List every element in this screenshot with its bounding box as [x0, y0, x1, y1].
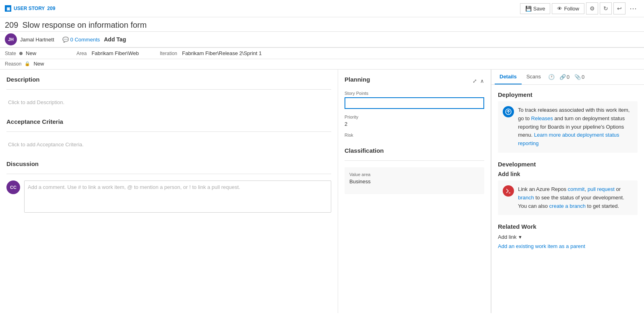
avatar: JH — [5, 33, 17, 45]
chevron-down-icon: ▾ — [519, 234, 522, 240]
area-value[interactable]: Fabrikam Fiber\Web — [91, 50, 139, 56]
deployment-title: Deployment — [498, 91, 638, 98]
story-points-input[interactable] — [345, 97, 484, 109]
save-button[interactable]: 💾 Save — [520, 3, 551, 14]
work-item-number: 209 — [47, 6, 55, 11]
follow-button[interactable]: 👁 Follow — [552, 3, 584, 14]
item-title[interactable]: Slow response on information form — [22, 21, 639, 30]
left-panel: Description Click to add Description. Ac… — [0, 70, 338, 313]
work-item-type-label: USER STORY — [14, 6, 45, 11]
reason-bar: Reason 🔒 New — [0, 59, 644, 70]
comment-icon: 💬 — [62, 37, 69, 43]
priority-field: Priority 2 — [345, 115, 484, 127]
story-points-field: Story Points — [345, 91, 484, 109]
discussion-section: Discussion CC Add a comment. Use # to li… — [6, 160, 331, 213]
work-item-type: ▣ USER STORY 209 — [5, 5, 55, 12]
tab-details[interactable]: Details — [495, 70, 522, 84]
dev-add-link-label[interactable]: Add link — [498, 171, 638, 177]
undo-button[interactable]: ↩ — [613, 2, 625, 14]
comments-button[interactable]: 💬 0 Comments — [62, 37, 100, 43]
learn-more-link[interactable]: Learn more about deployment status repor… — [518, 132, 619, 146]
value-area-label: Value area — [349, 172, 479, 177]
comment-input[interactable]: Add a comment. Use # to link a work item… — [24, 180, 331, 213]
description-section: Description Click to add Description. — [6, 76, 331, 109]
deployment-icon — [503, 106, 514, 117]
iteration-value[interactable]: Fabrikam Fiber\Release 2\Sprint 1 — [182, 50, 262, 56]
acceptance-criteria-placeholder[interactable]: Click to add Acceptance Criteria. — [6, 138, 331, 151]
refresh-button[interactable]: ↻ — [600, 2, 612, 14]
releases-link[interactable]: Releases — [531, 115, 553, 121]
reason-value[interactable]: New — [33, 61, 44, 67]
story-points-label: Story Points — [345, 91, 484, 96]
undo-icon: ↩ — [617, 5, 622, 12]
commit-link[interactable]: commit — [568, 186, 585, 192]
tab-history[interactable]: 🕐 — [546, 70, 557, 84]
reason-field: Reason 🔒 New — [5, 61, 44, 67]
description-title: Description — [6, 76, 331, 83]
risk-label: Risk — [345, 133, 484, 137]
title-bar: 209 Slow response on information form — [0, 17, 644, 32]
discussion-divider — [6, 174, 331, 174]
lock-icon: 🔒 — [25, 61, 30, 66]
tab-attachments[interactable]: 📎 0 — [572, 70, 587, 84]
tab-links[interactable]: 🔗 0 — [557, 70, 572, 84]
discussion-avatar: CC — [6, 180, 20, 194]
discussion-title: Discussion — [6, 160, 331, 167]
related-work-add-link-button[interactable]: Add link ▾ — [498, 234, 522, 240]
planning-header: Planning ⤢ ∧ — [345, 76, 484, 86]
planning-actions: ⤢ ∧ — [473, 78, 484, 84]
right-content: Deployment To track releases associated … — [491, 85, 644, 313]
expand-icon[interactable]: ⤢ — [473, 78, 477, 84]
area-section: Area Fabrikam Fiber\Web Iteration Fabrik… — [76, 50, 262, 56]
assignee-name[interactable]: Jamal Hartnett — [20, 37, 54, 43]
description-placeholder[interactable]: Click to add Description. — [6, 96, 331, 109]
add-tag-button[interactable]: Add Tag — [104, 36, 126, 43]
deployment-card: To track releases associated with this w… — [498, 101, 638, 153]
more-button[interactable]: ⋯ — [627, 2, 639, 14]
history-icon: 🕐 — [548, 74, 555, 80]
meta-bar: JH Jamal Hartnett 💬 0 Comments Add Tag — [0, 32, 644, 48]
iteration-label: Iteration — [160, 51, 177, 56]
planning-title: Planning — [345, 76, 370, 83]
acceptance-criteria-title: Acceptance Criteria — [6, 118, 331, 125]
development-card: Link an Azure Repos commit, pull request… — [498, 180, 638, 215]
state-value[interactable]: New — [26, 50, 36, 56]
action-bar: 💾 Save 👁 Follow ⚙ ↻ ↩ ⋯ — [520, 2, 639, 14]
right-tabs: Details Scans 🕐 🔗 0 📎 0 — [491, 70, 644, 85]
value-area-value[interactable]: Business — [349, 178, 479, 185]
add-existing-parent-link[interactable]: Add an existing work item as a parent — [498, 243, 585, 249]
priority-value[interactable]: 2 — [345, 121, 484, 127]
branch-link[interactable]: branch — [518, 195, 534, 201]
comment-placeholder: Add a comment. Use # to link a work item… — [28, 184, 240, 190]
right-panel: Details Scans 🕐 🔗 0 📎 0 Deployment — [491, 70, 644, 313]
create-branch-link[interactable]: create a branch — [549, 203, 586, 209]
classification-divider — [345, 160, 484, 161]
development-body: Link an Azure Repos commit, pull request… — [518, 185, 633, 210]
link-icon: 🔗 — [559, 74, 566, 80]
gear-icon: ⚙ — [590, 5, 595, 12]
classification-section: Classification Value area Business — [345, 147, 484, 194]
settings-button[interactable]: ⚙ — [586, 2, 598, 14]
reason-label: Reason — [5, 61, 21, 67]
deployment-body: To track releases associated with this w… — [518, 106, 633, 148]
state-label: State — [5, 51, 16, 56]
save-icon: 💾 — [525, 6, 532, 12]
work-item-type-bar: ▣ USER STORY 209 💾 Save 👁 Follow ⚙ ↻ ↩ ⋯ — [0, 0, 644, 17]
tab-scans[interactable]: Scans — [522, 70, 546, 84]
discussion-input-row: CC Add a comment. Use # to link a work i… — [6, 180, 331, 213]
planning-section: Planning ⤢ ∧ Story Points Priority 2 Ris… — [345, 76, 484, 137]
state-field: State New — [5, 50, 36, 56]
state-bar: State New Area Fabrikam Fiber\Web Iterat… — [0, 48, 644, 59]
more-icon: ⋯ — [630, 4, 637, 13]
risk-field: Risk — [345, 133, 484, 137]
related-add-link-label: Add link — [498, 234, 516, 240]
state-dot — [19, 52, 23, 55]
refresh-icon: ↻ — [603, 5, 608, 12]
collapse-icon[interactable]: ∧ — [480, 78, 484, 84]
deployment-section: Deployment To track releases associated … — [498, 91, 638, 153]
acceptance-criteria-divider — [6, 131, 331, 132]
related-work-section: Related Work Add link ▾ Add an existing … — [498, 223, 638, 249]
development-section: Development Add link Link an Azure Repos… — [498, 161, 638, 215]
work-item-icon: ▣ — [5, 5, 11, 12]
pull-request-link[interactable]: pull request — [588, 186, 615, 192]
